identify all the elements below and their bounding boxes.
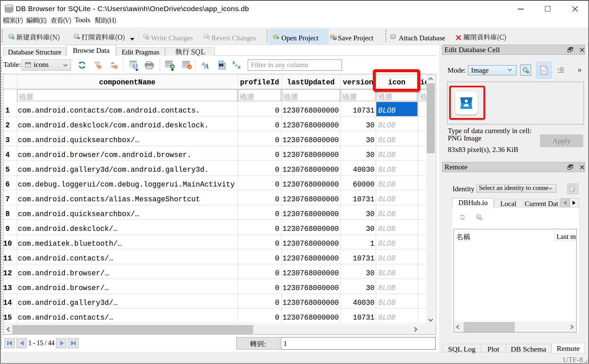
svg-text:a: a	[238, 64, 240, 69]
svg-text:b: b	[233, 60, 235, 65]
svg-text:A: A	[203, 62, 209, 69]
